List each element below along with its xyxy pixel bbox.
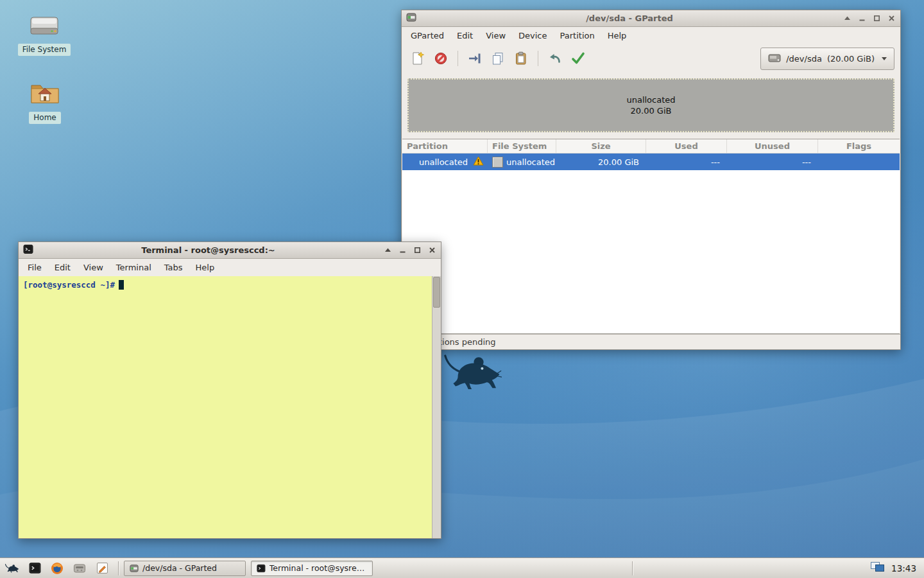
copy-button[interactable] (488, 48, 508, 69)
taskbar-launchers (5, 561, 116, 575)
shade-button[interactable] (843, 14, 851, 23)
gparted-window: /dev/sda - GParted GParted Edit View Dev… (401, 10, 901, 350)
toolbar-separator (458, 51, 458, 66)
applications-menu-button[interactable] (5, 561, 19, 575)
shade-button[interactable] (383, 246, 392, 255)
terminal-scrollbar[interactable] (432, 276, 441, 538)
filesystem-color-swatch (492, 157, 503, 168)
minimize-button[interactable] (398, 246, 407, 255)
header-size: Size (556, 139, 646, 153)
terminal-menubar: File Edit View Terminal Tabs Help (19, 259, 441, 276)
delete-partition-button[interactable] (431, 48, 451, 69)
cell-unused: --- (727, 153, 818, 170)
desktop-icon-home[interactable]: Home (17, 80, 73, 124)
window-title: Terminal - root@sysresccd:~ (37, 245, 379, 255)
menu-edit[interactable]: Edit (450, 28, 479, 43)
menu-tabs[interactable]: Tabs (158, 260, 189, 275)
gparted-app-icon (406, 12, 416, 24)
gparted-toolbar: /dev/sda (20.00 GiB) (402, 44, 900, 73)
terminal-window: Terminal - root@sysresccd:~ File Edit Vi… (18, 241, 441, 539)
shell-prompt-line: [root@sysresccd ~]# (23, 280, 124, 290)
terminal-cursor (119, 280, 124, 290)
disk-icon (768, 52, 781, 66)
maximize-button[interactable] (872, 14, 881, 23)
paste-button[interactable] (511, 48, 531, 69)
partition-bar-label: unallocated (626, 94, 675, 105)
desktop-icon-file-system[interactable]: File System (17, 13, 72, 56)
header-unused: Unused (727, 139, 818, 153)
menu-view[interactable]: View (479, 28, 512, 43)
header-file-system: File System (488, 139, 556, 153)
firefox-launcher[interactable] (50, 561, 64, 575)
editor-icon (96, 562, 108, 574)
text-editor-launcher[interactable] (95, 561, 109, 575)
menu-partition[interactable]: Partition (554, 28, 601, 43)
header-used: Used (646, 139, 727, 153)
task-label: Terminal - root@sysres... (270, 563, 367, 573)
menu-help[interactable]: Help (189, 260, 221, 275)
chevron-down-icon (882, 57, 887, 60)
apply-button[interactable] (568, 48, 588, 69)
cell-partition: unallocated (402, 153, 488, 170)
desktop-icon-label: Home (29, 112, 60, 124)
minimize-button[interactable] (857, 14, 866, 23)
warning-icon (473, 156, 484, 168)
media-launcher[interactable] (73, 561, 87, 575)
undo-button[interactable] (545, 48, 565, 69)
cell-file-system: unallocated (488, 153, 556, 170)
close-button[interactable] (887, 14, 896, 23)
taskbar: /dev/sda - GParted Terminal - root@sysre… (0, 557, 924, 578)
xfce-mouse-icon (5, 563, 19, 574)
gparted-titlebar[interactable]: /dev/sda - GParted (402, 10, 900, 27)
resize-move-button[interactable] (465, 48, 485, 69)
menu-device[interactable]: Device (512, 28, 553, 43)
home-folder-icon (30, 80, 60, 109)
task-label: /dev/sda - GParted (142, 563, 217, 573)
task-button-gparted[interactable]: /dev/sda - GParted (124, 561, 246, 576)
header-flags: Flags (818, 139, 900, 153)
partition-table-header: Partition File System Size Used Unused F… (402, 139, 900, 153)
device-size: (20.00 GiB) (827, 54, 875, 64)
taskbar-separator (632, 561, 633, 575)
task-button-terminal[interactable]: Terminal - root@sysres... (251, 561, 373, 576)
xfce-mouse-logo (444, 353, 502, 392)
table-row-unallocated[interactable]: unallocated unallocated 20.00 GiB --- --… (402, 153, 900, 170)
firefox-icon (51, 562, 64, 575)
shell-prompt: [root@sysresccd ~]# (23, 280, 115, 290)
cell-flags (818, 153, 900, 170)
header-partition: Partition (402, 139, 488, 153)
window-title: /dev/sda - GParted (420, 13, 839, 23)
gparted-statusbar: 0 operations pending (402, 334, 900, 349)
gray-app-icon (73, 563, 86, 574)
maximize-button[interactable] (413, 246, 422, 255)
menu-file[interactable]: File (21, 260, 48, 275)
scrollbar-thumb[interactable] (433, 277, 440, 308)
gparted-menubar: GParted Edit View Device Partition Help (402, 27, 900, 44)
partition-bar-size: 20.00 GiB (631, 105, 672, 116)
terminal-launcher[interactable] (28, 561, 42, 575)
terminal-titlebar[interactable]: Terminal - root@sysresccd:~ (19, 242, 441, 259)
menu-view[interactable]: View (77, 260, 110, 275)
menu-help[interactable]: Help (601, 28, 633, 43)
hard-drive-icon (29, 13, 60, 40)
cell-used: --- (646, 153, 727, 170)
terminal-app-icon (23, 244, 33, 256)
taskbar-window-buttons: /dev/sda - GParted Terminal - root@sysre… (121, 561, 629, 576)
device-name: /dev/sda (786, 54, 822, 64)
gparted-icon (130, 564, 139, 573)
display-settings-icon[interactable] (871, 562, 885, 574)
terminal-icon (29, 562, 41, 574)
clock: 13:43 (891, 563, 916, 574)
terminal-icon (257, 564, 266, 573)
terminal-screen[interactable]: [root@sysresccd ~]# (19, 276, 441, 538)
menu-edit[interactable]: Edit (48, 260, 77, 275)
menu-gparted[interactable]: GParted (404, 28, 450, 43)
new-partition-button[interactable] (407, 48, 428, 69)
close-button[interactable] (427, 246, 436, 255)
device-selector[interactable]: /dev/sda (20.00 GiB) (760, 48, 894, 70)
unallocated-partition-bar[interactable]: unallocated 20.00 GiB (407, 78, 894, 132)
partition-table: Partition File System Size Used Unused F… (402, 139, 900, 334)
menu-terminal[interactable]: Terminal (110, 260, 158, 275)
partition-visual-area: unallocated 20.00 GiB (402, 73, 900, 139)
toolbar-separator (538, 51, 538, 66)
